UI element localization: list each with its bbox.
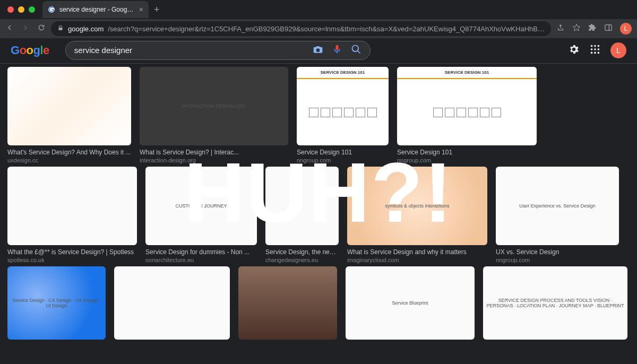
tab-title: service designer - Google Sear…	[59, 6, 135, 13]
profile-avatar[interactable]: L	[620, 23, 632, 34]
image-results-grid: What's Service Design? And Why Does it .…	[0, 64, 637, 343]
image-result[interactable]: What's Service Design? And Why Does it .…	[7, 67, 131, 163]
forward-button[interactable]	[21, 23, 30, 34]
result-thumbnail[interactable]: SERVICE DESIGN 101	[297, 67, 389, 145]
bookmark-icon[interactable]	[572, 23, 581, 34]
result-source: nngroup.com	[297, 157, 389, 163]
thumb-inner-text	[7, 67, 131, 145]
reload-button[interactable]	[37, 23, 46, 34]
image-result[interactable]: User Experience vs. Service DesignUX vs.…	[496, 167, 619, 263]
new-tab-button[interactable]: +	[149, 4, 165, 15]
svg-point-3	[591, 45, 593, 47]
svg-point-10	[594, 51, 596, 54]
url-path: /search?q=service+designer&rlz=1C5CHFA_e…	[108, 25, 545, 33]
thumb-inner-text: CUSTOMER JOURNEY	[145, 167, 257, 245]
result-thumbnail[interactable]: SERVICE DESIGN 101	[397, 67, 537, 145]
extensions-icon[interactable]	[588, 23, 597, 34]
image-result[interactable]: INTERACTION DESIGN.ORGWhat is Service De…	[140, 67, 288, 163]
result-title: What's Service Design? And Why Does it .…	[7, 149, 131, 156]
result-source: nngroup.com	[397, 157, 537, 163]
result-thumbnail[interactable]: User Experience vs. Service Design	[496, 167, 619, 245]
svg-point-9	[591, 51, 593, 54]
search-input[interactable]	[74, 46, 305, 55]
header-right: L	[568, 42, 626, 58]
thumb-inner-text	[265, 167, 339, 245]
browser-tab[interactable]: service designer - Google Sear… ×	[42, 1, 149, 18]
thumb-header-text: SERVICE DESIGN 101	[397, 67, 537, 79]
google-logo[interactable]: Google	[11, 44, 49, 57]
thumb-inner-text: INTERACTION DESIGN.ORG	[140, 67, 288, 145]
mic-icon[interactable]	[332, 44, 342, 57]
result-source: nonarchitecture.eu	[145, 257, 257, 263]
result-thumbnail[interactable]	[7, 67, 131, 145]
svg-point-4	[594, 45, 596, 47]
back-button[interactable]	[5, 23, 14, 34]
svg-point-11	[598, 51, 600, 54]
result-title: What is Service Design? | Interac...	[140, 149, 288, 156]
result-thumbnail[interactable]	[7, 167, 137, 245]
window-maximize-button[interactable]	[29, 6, 35, 13]
result-source: changedesigners.eu	[265, 257, 339, 263]
image-result[interactable]: What the £@** is Service Design? | Spotl…	[7, 167, 137, 263]
tab-close-icon[interactable]: ×	[139, 5, 143, 14]
search-icon[interactable]	[351, 44, 361, 57]
result-thumbnail[interactable]: Service Design · CX Design · UX Design ·…	[7, 266, 106, 340]
result-thumbnail[interactable]	[238, 266, 337, 340]
svg-point-8	[598, 48, 600, 50]
results-row: What's Service Design? And Why Does it .…	[7, 67, 630, 163]
camera-icon[interactable]	[313, 44, 323, 57]
thumb-inner-text: symbols & objects interactions	[347, 167, 487, 245]
toolbar-right: L	[556, 23, 632, 34]
result-source: uxdesign.cc	[7, 157, 131, 163]
nav-buttons	[5, 23, 46, 34]
result-thumbnail[interactable]	[114, 266, 230, 340]
share-icon[interactable]	[556, 23, 565, 34]
search-bar[interactable]	[65, 41, 371, 60]
browser-toolbar: google.com /search?q=service+designer&rl…	[0, 19, 637, 38]
thumb-inner-text	[114, 266, 230, 340]
image-result[interactable]: Service Blueprint	[346, 266, 475, 340]
thumb-inner-text: User Experience vs. Service Design	[496, 167, 619, 245]
window-minimize-button[interactable]	[18, 6, 24, 13]
thumb-inner-text: Service Design · CX Design · UX Design ·…	[7, 266, 106, 340]
image-result[interactable]: SERVICE DESIGN 101Service Design 101nngr…	[297, 67, 389, 163]
thumb-inner-text	[238, 266, 337, 340]
google-favicon	[48, 6, 55, 13]
thumb-inner-text: Service Blueprint	[346, 266, 475, 340]
lock-icon	[57, 25, 64, 33]
svg-point-6	[591, 48, 593, 50]
browser-tab-strip: service designer - Google Sear… × +	[0, 0, 637, 19]
result-thumbnail[interactable]	[265, 167, 339, 245]
result-thumbnail[interactable]: CUSTOMER JOURNEY	[145, 167, 257, 245]
result-thumbnail[interactable]: SERVICE DESIGN PROCESS AND TOOLS VISION …	[483, 266, 627, 340]
image-result[interactable]: SERVICE DESIGN PROCESS AND TOOLS VISION …	[483, 266, 627, 340]
account-avatar[interactable]: L	[610, 42, 626, 58]
image-result[interactable]	[114, 266, 230, 340]
result-title: UX vs. Service Design	[496, 248, 619, 256]
image-result[interactable]: SERVICE DESIGN 101Service Design 101nngr…	[397, 67, 537, 163]
result-thumbnail[interactable]: Service Blueprint	[346, 266, 475, 340]
result-source: spotless.co.uk	[7, 257, 137, 263]
thumb-inner-text: SERVICE DESIGN PROCESS AND TOOLS VISION …	[483, 266, 627, 340]
settings-icon[interactable]	[568, 44, 580, 57]
result-source: interaction-design.org	[140, 157, 288, 163]
svg-point-7	[594, 48, 596, 50]
result-title: Service Design, the new Change ...	[265, 248, 339, 256]
apps-icon[interactable]	[589, 44, 601, 57]
image-result[interactable]: Service Design, the new Change ...change…	[265, 167, 339, 263]
results-row: Service Design · CX Design · UX Design ·…	[7, 266, 630, 340]
result-source: imaginarycloud.com	[347, 257, 487, 263]
results-row: What the £@** is Service Design? | Spotl…	[7, 167, 630, 263]
address-bar[interactable]: google.com /search?q=service+designer&rl…	[51, 21, 551, 36]
result-title: Service Design for dummies - Non ...	[145, 248, 257, 256]
google-header: Google L	[0, 38, 637, 64]
window-close-button[interactable]	[7, 6, 14, 13]
result-title: Service Design 101	[397, 149, 537, 156]
image-result[interactable]: Service Design · CX Design · UX Design ·…	[7, 266, 106, 340]
image-result[interactable]	[238, 266, 337, 340]
panel-icon[interactable]	[604, 23, 613, 34]
result-thumbnail[interactable]: INTERACTION DESIGN.ORG	[140, 67, 288, 145]
result-thumbnail[interactable]: symbols & objects interactions	[347, 167, 487, 245]
image-result[interactable]: CUSTOMER JOURNEYService Design for dummi…	[145, 167, 257, 263]
image-result[interactable]: symbols & objects interactionsWhat is Se…	[347, 167, 487, 263]
